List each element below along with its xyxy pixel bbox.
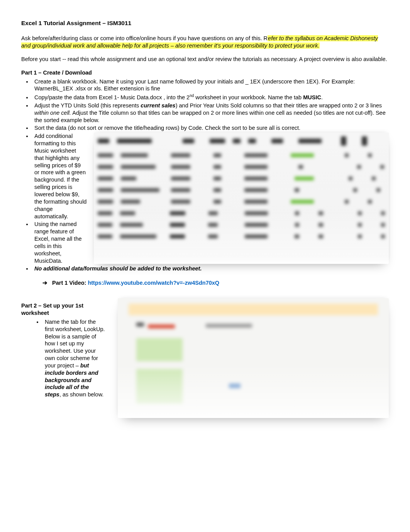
part1-list: Create a blank workbook. Name it using y…	[21, 78, 389, 132]
page-title: Excel 1 Tutorial Assignment – ISM3011	[21, 19, 389, 27]
part2-item-name-tab: Name the tab for the first worksheet, Lo…	[42, 318, 106, 398]
music-bold: MUSIC	[303, 94, 321, 100]
intro-text-a: Ask before/after/during class or come in…	[21, 35, 268, 41]
intro-paragraph-1: Ask before/after/during class or come in…	[21, 35, 389, 49]
intro-paragraph-2: Before you start -- read this whole assi…	[21, 56, 389, 63]
text: Name the tab for the first worksheet, Lo…	[45, 319, 105, 369]
superscript-nd: nd	[190, 93, 194, 98]
text: ) and Prior Year Units Sold columns so t…	[176, 102, 382, 109]
part2-heading: Part 2 – Set up your 1st worksheet	[21, 302, 106, 317]
text: Copy/paste the data from Excel 1- Music …	[34, 94, 190, 100]
part1-item-adjust: Adjust the YTD Units Sold (this represen…	[32, 102, 389, 124]
part1-item-named-range: Using the named range feature of Excel, …	[32, 221, 87, 264]
arrow-icon: ➔	[42, 279, 47, 287]
part1-side-text: Add conditional formatting to this Music…	[21, 133, 87, 265]
text: worksheet in your workbook. Name the tab	[194, 94, 303, 100]
part1-item-no-additional: No additional data/formulas should be ad…	[32, 265, 389, 272]
part1-list-tail: No additional data/formulas should be ad…	[21, 265, 389, 272]
part1-heading: Part 1 – Create / Download	[21, 69, 389, 76]
part2-list: Name the tab for the first worksheet, Lo…	[21, 318, 106, 398]
part1-item-conditional: Add conditional formatting to this Music…	[32, 133, 87, 220]
blurred-spreadsheet-image-2	[118, 298, 389, 418]
within-one-cell: within one cell.	[34, 110, 71, 116]
text: Adjust the YTD Units Sold (this represen…	[34, 102, 141, 109]
current-sales: current sales	[141, 102, 175, 109]
video-label: Part 1 Video:	[52, 280, 88, 286]
blurred-spreadsheet-image-1	[94, 133, 389, 264]
part1-video-link[interactable]: https://www.youtube.com/watch?v=-zw4Sdn7…	[88, 280, 219, 286]
text: Adjust the Title column so that titles c…	[34, 110, 386, 123]
text: , as shown below.	[59, 391, 103, 398]
text: .	[321, 94, 323, 100]
part1-item-copypaste: Copy/paste the data from Excel 1- Music …	[32, 93, 389, 101]
part1-item-sort: Sort the data (do not sort or remove the…	[32, 124, 389, 132]
part1-video-line: ➔ Part 1 Video: https://www.youtube.com/…	[21, 279, 389, 287]
part1-item-create: Create a blank workbook. Name it using y…	[32, 78, 389, 93]
